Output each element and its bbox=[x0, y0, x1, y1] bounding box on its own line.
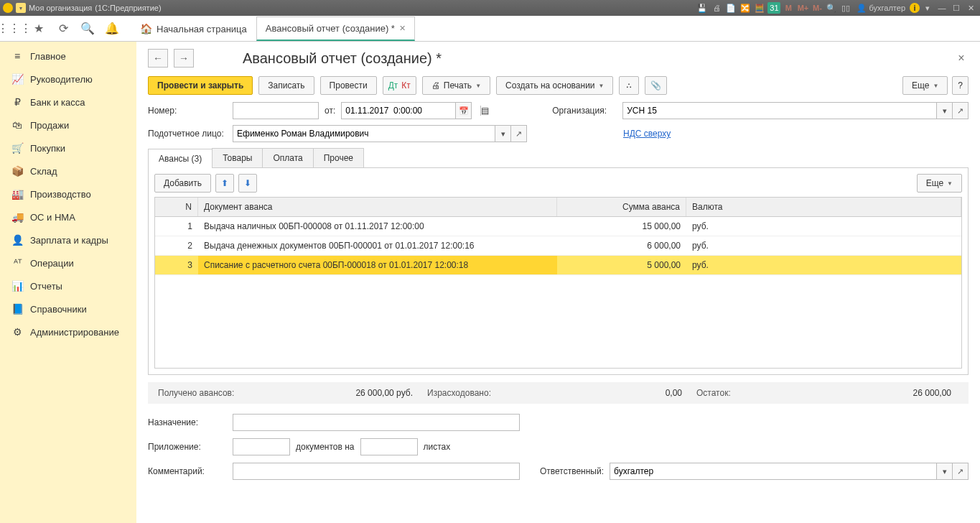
tab-home[interactable]: 🏠 Начальная страница bbox=[131, 17, 256, 41]
org-select-button[interactable]: ▾ bbox=[937, 102, 953, 119]
attach-sheets-input[interactable] bbox=[360, 438, 418, 455]
sidebar-item-manager[interactable]: 📈Руководителю bbox=[0, 68, 136, 91]
sidebar-item-hr[interactable]: 👤Зарплата и кадры bbox=[0, 228, 136, 251]
close-page-icon[interactable]: × bbox=[954, 52, 969, 65]
table-row[interactable]: 2 Выдача денежных документов 00БП-000001… bbox=[155, 236, 961, 256]
create-based-button[interactable]: Создать на основании▼ bbox=[496, 76, 613, 95]
structure-button[interactable]: ⛬ bbox=[619, 76, 639, 95]
person-open-button[interactable]: ↗ bbox=[511, 125, 527, 142]
apps-icon[interactable]: ⋮⋮⋮ bbox=[4, 19, 24, 39]
responsible-select-button[interactable]: ▾ bbox=[937, 463, 953, 480]
org-open-button[interactable]: ↗ bbox=[953, 102, 969, 119]
panels-icon[interactable]: ▯▯ bbox=[839, 2, 852, 14]
attach-docs-input[interactable] bbox=[233, 438, 290, 455]
doc-icon[interactable]: 📄 bbox=[724, 2, 737, 14]
sidebar-item-sales[interactable]: 🛍Продажи bbox=[0, 114, 136, 136]
sidebar-item-purchases[interactable]: 🛒Покупки bbox=[0, 136, 136, 159]
maximize-icon[interactable]: ☐ bbox=[950, 2, 963, 14]
forward-button[interactable]: → bbox=[174, 49, 194, 68]
comment-input[interactable] bbox=[233, 463, 520, 480]
table-row-selected[interactable]: 3 Списание с расчетного счета 00БП-00001… bbox=[155, 256, 961, 275]
search-icon[interactable]: 🔍 bbox=[78, 19, 98, 39]
box-icon: 📦 bbox=[11, 165, 23, 177]
attach-button[interactable]: 📎 bbox=[645, 76, 667, 95]
write-button[interactable]: Записать bbox=[258, 76, 314, 95]
person-input[interactable] bbox=[233, 125, 495, 142]
sidebar-item-bank[interactable]: ₽Банк и касса bbox=[0, 91, 136, 114]
btn-label: Создать на основании bbox=[505, 80, 595, 91]
print-icon[interactable]: 🖨 bbox=[710, 2, 723, 14]
balance-value: 26 000,00 bbox=[913, 388, 951, 398]
responsible-label: Ответственный: bbox=[540, 466, 604, 476]
sidebar-item-production[interactable]: 🏭Производство bbox=[0, 182, 136, 205]
back-button[interactable]: ← bbox=[148, 49, 168, 68]
tab-label: Товары bbox=[223, 153, 252, 163]
sidebar-item-warehouse[interactable]: 📦Склад bbox=[0, 159, 136, 182]
sidebar-item-main[interactable]: ≡Главное bbox=[0, 45, 136, 68]
sidebar-label: Производство bbox=[30, 189, 91, 200]
help-button[interactable]: ? bbox=[952, 76, 969, 95]
more1-button[interactable]: Еще▼ bbox=[902, 76, 948, 95]
add-row-button[interactable]: Добавить bbox=[154, 174, 211, 193]
number-input[interactable] bbox=[233, 102, 319, 119]
post-and-close-button[interactable]: Провести и закрыть bbox=[148, 76, 253, 95]
purpose-input[interactable] bbox=[233, 414, 520, 431]
sidebar-item-reports[interactable]: 📊Отчеты bbox=[0, 274, 136, 297]
person-icon: 👤 bbox=[11, 234, 23, 246]
m-minus-icon[interactable]: M- bbox=[811, 2, 823, 14]
history-icon[interactable]: ⟳ bbox=[53, 19, 73, 39]
calendar-button[interactable]: 📅 bbox=[456, 102, 472, 119]
nds-link[interactable]: НДС сверху bbox=[623, 129, 671, 139]
sidebar-item-assets[interactable]: 🚚ОС и НМА bbox=[0, 205, 136, 228]
sidebar-item-operations[interactable]: ᴬᵀОперации bbox=[0, 251, 136, 274]
titlebar-menu-icon[interactable]: ▾ bbox=[16, 3, 26, 13]
responsible-open-button[interactable]: ↗ bbox=[953, 463, 969, 480]
home-icon: 🏠 bbox=[140, 23, 152, 34]
col-n[interactable]: N bbox=[155, 198, 198, 216]
purpose-label: Назначение: bbox=[148, 417, 227, 427]
col-doc[interactable]: Документ аванса bbox=[198, 198, 557, 216]
calendar-icon[interactable]: 31 bbox=[767, 2, 780, 14]
close-window-icon[interactable]: ✕ bbox=[964, 2, 977, 14]
post-button[interactable]: Провести bbox=[320, 76, 377, 95]
bell-icon[interactable]: 🔔 bbox=[102, 19, 122, 39]
table-row[interactable]: 1 Выдача наличных 00БП-000008 от 01.11.2… bbox=[155, 217, 961, 236]
person-select-button[interactable]: ▾ bbox=[495, 125, 511, 142]
move-down-button[interactable]: ⬇ bbox=[238, 174, 257, 193]
tab-home-label: Начальная страница bbox=[157, 24, 247, 34]
org-input[interactable] bbox=[622, 102, 937, 119]
star-icon[interactable]: ★ bbox=[29, 19, 49, 39]
dropdown-icon[interactable]: ▾ bbox=[921, 2, 934, 14]
tab-other[interactable]: Прочее bbox=[313, 148, 364, 167]
tab-payment[interactable]: Оплата bbox=[262, 148, 313, 167]
tab-goods[interactable]: Товары bbox=[212, 148, 263, 167]
user-name[interactable]: бухгалтер bbox=[869, 4, 905, 12]
move-up-button[interactable]: ⬆ bbox=[215, 174, 234, 193]
print-button[interactable]: 🖨Печать▼ bbox=[422, 76, 490, 95]
info-icon[interactable]: i bbox=[910, 3, 920, 13]
minimize-icon[interactable]: — bbox=[935, 2, 948, 14]
col-cur[interactable]: Валюта bbox=[686, 198, 961, 216]
bars-icon: 📊 bbox=[11, 280, 23, 292]
nav-sidebar: ≡Главное 📈Руководителю ₽Банк и касса 🛍Пр… bbox=[0, 42, 136, 523]
save-icon[interactable]: 💾 bbox=[696, 2, 709, 14]
calc-icon[interactable]: 🧮 bbox=[753, 2, 766, 14]
m-plus-icon[interactable]: M+ bbox=[796, 2, 809, 14]
date-input[interactable] bbox=[341, 102, 456, 119]
cell-doc: Выдача наличных 00БП-000008 от 01.11.201… bbox=[198, 217, 557, 236]
m-icon[interactable]: M bbox=[782, 2, 795, 14]
sidebar-label: Продажи bbox=[30, 120, 69, 131]
tab-close-icon[interactable]: ✕ bbox=[399, 24, 406, 33]
sidebar-item-admin[interactable]: ⚙Администрирование bbox=[0, 320, 136, 343]
date-extra-button[interactable]: ▤ bbox=[480, 106, 489, 116]
col-sum[interactable]: Сумма аванса bbox=[557, 198, 686, 216]
sidebar-item-refs[interactable]: 📘Справочники bbox=[0, 297, 136, 320]
tab-document[interactable]: Авансовый отчет (создание) * ✕ bbox=[256, 17, 415, 41]
dtkt-button[interactable]: ДтКт bbox=[383, 76, 416, 95]
responsible-input[interactable] bbox=[610, 463, 937, 480]
tab-advances[interactable]: Авансы (3) bbox=[148, 149, 213, 168]
chevron-down-icon: ▼ bbox=[933, 83, 938, 89]
compare-icon[interactable]: 🔀 bbox=[739, 2, 752, 14]
more2-button[interactable]: Еще▼ bbox=[917, 174, 962, 193]
zoom-icon[interactable]: 🔍 bbox=[825, 2, 838, 14]
